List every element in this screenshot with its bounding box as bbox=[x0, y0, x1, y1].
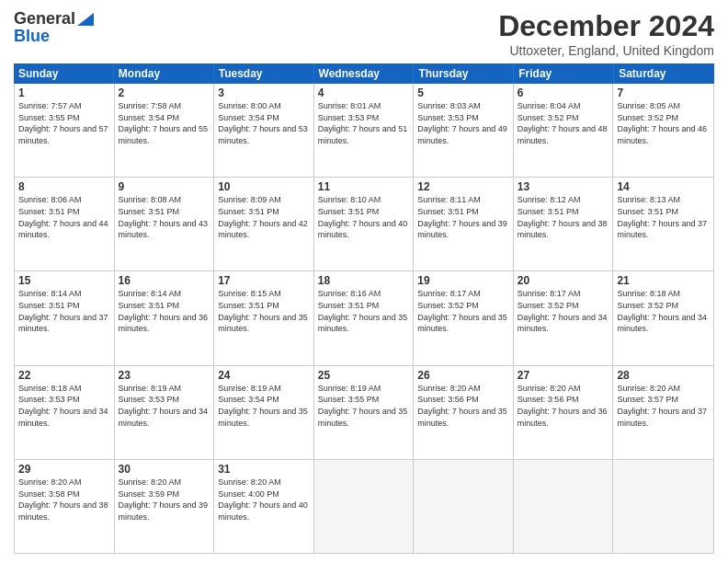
day-number: 28 bbox=[617, 369, 710, 382]
day-content: Sunrise: 8:14 AMSunset: 3:51 PMDaylight:… bbox=[18, 289, 108, 333]
calendar-week-3: 15 Sunrise: 8:14 AMSunset: 3:51 PMDaylig… bbox=[15, 271, 713, 365]
logo-general-text: General bbox=[14, 9, 75, 29]
day-number: 31 bbox=[218, 463, 310, 476]
header-day-monday: Monday bbox=[114, 63, 214, 84]
calendar-day-29: 29 Sunrise: 8:20 AMSunset: 3:58 PMDaylig… bbox=[15, 460, 115, 553]
day-number: 5 bbox=[417, 86, 509, 99]
day-number: 10 bbox=[218, 180, 310, 193]
header-day-friday: Friday bbox=[514, 63, 614, 84]
day-number: 29 bbox=[18, 463, 110, 476]
calendar-week-5: 29 Sunrise: 8:20 AMSunset: 3:58 PMDaylig… bbox=[15, 460, 713, 553]
day-number: 14 bbox=[617, 180, 710, 193]
day-content: Sunrise: 8:18 AMSunset: 3:53 PMDaylight:… bbox=[18, 384, 108, 428]
calendar-day-6: 6 Sunrise: 8:04 AMSunset: 3:52 PMDayligh… bbox=[514, 84, 614, 177]
day-number: 26 bbox=[417, 369, 509, 382]
calendar-empty-cell bbox=[314, 460, 415, 553]
day-content: Sunrise: 8:19 AMSunset: 3:53 PMDaylight:… bbox=[119, 384, 209, 428]
day-content: Sunrise: 8:05 AMSunset: 3:52 PMDaylight:… bbox=[617, 101, 707, 145]
day-number: 6 bbox=[518, 86, 609, 99]
calendar-day-27: 27 Sunrise: 8:20 AMSunset: 3:56 PMDaylig… bbox=[514, 366, 614, 459]
day-number: 4 bbox=[318, 86, 410, 99]
calendar-day-13: 13 Sunrise: 8:12 AMSunset: 3:51 PMDaylig… bbox=[514, 178, 614, 270]
day-content: Sunrise: 8:19 AMSunset: 3:55 PMDaylight:… bbox=[318, 384, 408, 428]
day-content: Sunrise: 8:13 AMSunset: 3:51 PMDaylight:… bbox=[617, 195, 707, 239]
calendar-day-23: 23 Sunrise: 8:19 AMSunset: 3:53 PMDaylig… bbox=[115, 366, 215, 459]
calendar-day-17: 17 Sunrise: 8:15 AMSunset: 3:51 PMDaylig… bbox=[214, 271, 314, 364]
day-number: 23 bbox=[119, 369, 210, 382]
calendar-day-3: 3 Sunrise: 8:00 AMSunset: 3:54 PMDayligh… bbox=[214, 84, 314, 177]
day-content: Sunrise: 8:06 AMSunset: 3:51 PMDaylight:… bbox=[18, 195, 108, 239]
calendar-header: SundayMondayTuesdayWednesdayThursdayFrid… bbox=[14, 63, 714, 84]
calendar-day-31: 31 Sunrise: 8:20 AMSunset: 4:00 PMDaylig… bbox=[214, 460, 314, 553]
calendar-day-28: 28 Sunrise: 8:20 AMSunset: 3:57 PMDaylig… bbox=[613, 366, 713, 459]
day-number: 13 bbox=[518, 180, 609, 193]
day-content: Sunrise: 7:58 AMSunset: 3:54 PMDaylight:… bbox=[119, 101, 209, 145]
day-number: 16 bbox=[119, 274, 210, 287]
header-day-tuesday: Tuesday bbox=[214, 63, 314, 84]
day-content: Sunrise: 8:03 AMSunset: 3:53 PMDaylight:… bbox=[417, 101, 507, 145]
day-number: 2 bbox=[119, 86, 210, 99]
day-number: 24 bbox=[218, 369, 310, 382]
day-number: 1 bbox=[18, 86, 110, 99]
calendar-empty-cell bbox=[414, 460, 514, 553]
calendar-day-2: 2 Sunrise: 7:58 AMSunset: 3:54 PMDayligh… bbox=[115, 84, 215, 177]
day-number: 8 bbox=[18, 180, 110, 193]
calendar-day-5: 5 Sunrise: 8:03 AMSunset: 3:53 PMDayligh… bbox=[414, 84, 514, 177]
calendar-day-9: 9 Sunrise: 8:08 AMSunset: 3:51 PMDayligh… bbox=[115, 178, 215, 270]
calendar-day-19: 19 Sunrise: 8:17 AMSunset: 3:52 PMDaylig… bbox=[414, 271, 514, 364]
day-content: Sunrise: 8:20 AMSunset: 3:57 PMDaylight:… bbox=[617, 384, 707, 428]
title-section: December 2024 Uttoxeter, England, United… bbox=[498, 9, 714, 58]
calendar-day-24: 24 Sunrise: 8:19 AMSunset: 3:54 PMDaylig… bbox=[214, 366, 314, 459]
calendar-day-26: 26 Sunrise: 8:20 AMSunset: 3:56 PMDaylig… bbox=[414, 366, 514, 459]
calendar-body: 1 Sunrise: 7:57 AMSunset: 3:55 PMDayligh… bbox=[14, 84, 714, 554]
calendar-week-1: 1 Sunrise: 7:57 AMSunset: 3:55 PMDayligh… bbox=[15, 84, 713, 178]
day-content: Sunrise: 8:09 AMSunset: 3:51 PMDaylight:… bbox=[218, 195, 308, 239]
header: General Blue December 2024 Uttoxeter, En… bbox=[14, 9, 714, 58]
calendar-day-1: 1 Sunrise: 7:57 AMSunset: 3:55 PMDayligh… bbox=[15, 84, 115, 177]
day-number: 22 bbox=[18, 369, 110, 382]
calendar-day-16: 16 Sunrise: 8:14 AMSunset: 3:51 PMDaylig… bbox=[115, 271, 215, 364]
calendar-day-4: 4 Sunrise: 8:01 AMSunset: 3:53 PMDayligh… bbox=[314, 84, 415, 177]
calendar-day-22: 22 Sunrise: 8:18 AMSunset: 3:53 PMDaylig… bbox=[15, 366, 115, 459]
svg-marker-0 bbox=[77, 13, 94, 26]
day-number: 30 bbox=[119, 463, 210, 476]
logo-blue-text: Blue bbox=[14, 27, 50, 46]
day-number: 9 bbox=[119, 180, 210, 193]
calendar-day-8: 8 Sunrise: 8:06 AMSunset: 3:51 PMDayligh… bbox=[15, 178, 115, 270]
calendar-day-15: 15 Sunrise: 8:14 AMSunset: 3:51 PMDaylig… bbox=[15, 271, 115, 364]
day-number: 7 bbox=[617, 86, 710, 99]
day-content: Sunrise: 8:19 AMSunset: 3:54 PMDaylight:… bbox=[218, 384, 308, 428]
calendar-day-20: 20 Sunrise: 8:17 AMSunset: 3:52 PMDaylig… bbox=[514, 271, 614, 364]
day-number: 12 bbox=[417, 180, 509, 193]
day-content: Sunrise: 8:20 AMSunset: 3:56 PMDaylight:… bbox=[518, 384, 608, 428]
day-content: Sunrise: 8:01 AMSunset: 3:53 PMDaylight:… bbox=[318, 101, 408, 145]
day-content: Sunrise: 8:14 AMSunset: 3:51 PMDaylight:… bbox=[119, 289, 209, 333]
day-content: Sunrise: 8:20 AMSunset: 3:59 PMDaylight:… bbox=[119, 477, 209, 522]
day-content: Sunrise: 8:12 AMSunset: 3:51 PMDaylight:… bbox=[518, 195, 608, 239]
logo-icon bbox=[77, 13, 94, 26]
day-number: 25 bbox=[318, 369, 410, 382]
day-number: 20 bbox=[518, 274, 609, 287]
day-content: Sunrise: 8:10 AMSunset: 3:51 PMDaylight:… bbox=[318, 195, 408, 239]
calendar-week-2: 8 Sunrise: 8:06 AMSunset: 3:51 PMDayligh… bbox=[15, 178, 713, 271]
calendar-day-14: 14 Sunrise: 8:13 AMSunset: 3:51 PMDaylig… bbox=[613, 178, 713, 270]
calendar-day-21: 21 Sunrise: 8:18 AMSunset: 3:52 PMDaylig… bbox=[613, 271, 713, 364]
calendar-day-7: 7 Sunrise: 8:05 AMSunset: 3:52 PMDayligh… bbox=[613, 84, 713, 177]
location: Uttoxeter, England, United Kingdom bbox=[498, 43, 714, 58]
day-content: Sunrise: 8:20 AMSunset: 3:58 PMDaylight:… bbox=[18, 477, 108, 522]
day-content: Sunrise: 8:17 AMSunset: 3:52 PMDaylight:… bbox=[417, 289, 507, 333]
page: General Blue December 2024 Uttoxeter, En… bbox=[0, 0, 728, 563]
logo: General Blue bbox=[14, 9, 94, 46]
day-content: Sunrise: 8:00 AMSunset: 3:54 PMDaylight:… bbox=[218, 101, 308, 145]
day-content: Sunrise: 8:18 AMSunset: 3:52 PMDaylight:… bbox=[617, 289, 707, 333]
day-number: 18 bbox=[318, 274, 410, 287]
day-content: Sunrise: 8:16 AMSunset: 3:51 PMDaylight:… bbox=[318, 289, 408, 333]
header-day-thursday: Thursday bbox=[414, 63, 514, 84]
calendar-day-12: 12 Sunrise: 8:11 AMSunset: 3:51 PMDaylig… bbox=[414, 178, 514, 270]
header-day-sunday: Sunday bbox=[14, 63, 114, 84]
day-content: Sunrise: 8:17 AMSunset: 3:52 PMDaylight:… bbox=[518, 289, 608, 333]
day-content: Sunrise: 8:08 AMSunset: 3:51 PMDaylight:… bbox=[119, 195, 209, 239]
day-content: Sunrise: 8:20 AMSunset: 4:00 PMDaylight:… bbox=[218, 477, 308, 522]
month-title: December 2024 bbox=[498, 9, 714, 43]
day-number: 11 bbox=[318, 180, 410, 193]
